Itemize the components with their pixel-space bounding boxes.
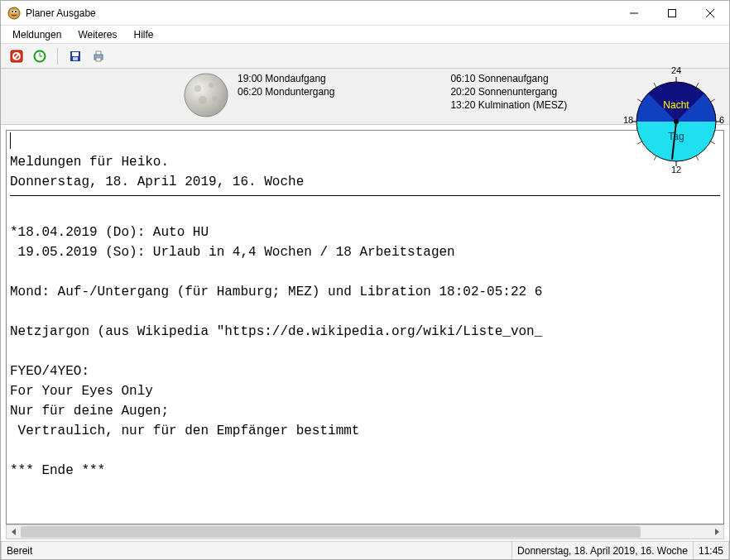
svg-line-36 [637, 141, 641, 144]
menu-hilfe[interactable]: Hilfe [126, 27, 162, 42]
svg-line-34 [696, 156, 699, 160]
scroll-track[interactable] [21, 525, 709, 538]
svg-line-32 [711, 99, 715, 102]
svg-line-37 [637, 99, 641, 102]
scroll-thumb[interactable] [21, 526, 641, 538]
toolbar-separator [57, 48, 58, 65]
clock-label-18: 18 [623, 115, 633, 125]
content-event1: *18.04.2019 (Do): Auto HU [10, 225, 209, 240]
content-header1: Meldungen für Heiko. [10, 155, 169, 170]
clock-button[interactable] [29, 46, 50, 66]
sun-text: 06:10 Sonnenaufgang 20:20 Sonnenuntergan… [450, 69, 567, 112]
night-label: Nacht [663, 99, 689, 111]
clock-icon [33, 50, 46, 63]
svg-point-21 [185, 74, 228, 117]
sun-set-label: 20:20 Sonnenuntergang [450, 85, 567, 98]
content-separator [10, 195, 720, 196]
content-wiki: Netzjargon (aus Wikipedia "https://de.wi… [10, 324, 542, 339]
content-end: *** Ende *** [10, 463, 105, 478]
svg-point-0 [8, 7, 20, 19]
status-date: Donnerstag, 18. April 2019, 16. Woche [512, 542, 694, 559]
stop-icon [10, 50, 23, 63]
content-moon: Mond: Auf-/Untergang (für Hamburg; MEZ) … [10, 285, 542, 299]
sun-rise-label: 06:10 Sonnenaufgang [450, 72, 567, 85]
content-f2: For Your Eyes Only [10, 384, 153, 399]
svg-point-40 [674, 119, 679, 124]
moon-rise-label: 19:00 Mondaufgang [238, 72, 334, 85]
output-textarea[interactable]: Meldungen für Heiko. Donnerstag, 18. Apr… [6, 130, 724, 524]
svg-rect-20 [96, 58, 101, 61]
statusbar: Bereit Donnerstag, 18. April 2019, 16. W… [1, 541, 729, 559]
day-label: Tag [668, 131, 684, 142]
titlebar: Planer Ausgabe [1, 1, 729, 26]
scroll-left-icon[interactable] [7, 525, 21, 538]
svg-rect-16 [72, 52, 79, 56]
minimize-button[interactable] [615, 1, 653, 26]
menu-weiteres[interactable]: Weiteres [70, 27, 125, 42]
day-night-clock: Nacht Tag 24 6 12 18 [627, 72, 726, 171]
print-button[interactable] [88, 46, 109, 66]
svg-rect-19 [96, 51, 101, 55]
menu-meldungen[interactable]: Meldungen [4, 27, 70, 42]
svg-line-31 [696, 83, 699, 87]
svg-marker-42 [715, 529, 719, 535]
svg-point-24 [199, 96, 207, 104]
svg-rect-6 [669, 9, 676, 17]
culmination-label: 13:20 Kulmination (MESZ) [450, 98, 567, 112]
content-wrap: Meldungen für Heiko. Donnerstag, 18. Apr… [1, 125, 729, 541]
window-title: Planer Ausgabe [26, 7, 96, 19]
moon-icon [183, 72, 229, 118]
close-button[interactable] [691, 1, 729, 26]
svg-point-23 [209, 83, 214, 88]
app-icon [7, 7, 21, 20]
save-icon [69, 50, 82, 63]
save-button[interactable] [65, 46, 86, 66]
clock-label-6: 6 [719, 115, 724, 125]
svg-point-25 [212, 96, 217, 101]
content-f3: Nur für deine Augen; [10, 404, 169, 419]
svg-point-22 [195, 85, 201, 92]
svg-rect-17 [73, 57, 78, 60]
content-f4: Vertraulich, nur für den Empfänger besti… [10, 424, 359, 438]
stop-button[interactable] [6, 46, 27, 66]
content-f1: FYEO/4YEO: [10, 364, 89, 379]
svg-line-38 [654, 83, 656, 87]
moon-text: 19:00 Mondaufgang 06:20 Monduntergang [238, 72, 334, 98]
clock-label-12: 12 [671, 165, 681, 175]
svg-point-3 [12, 11, 13, 12]
scroll-right-icon[interactable] [709, 525, 723, 538]
moon-set-label: 06:20 Monduntergang [238, 85, 334, 98]
svg-line-35 [654, 156, 656, 160]
status-time: 11:45 [694, 542, 729, 559]
menubar: Meldungen Weiteres Hilfe [1, 26, 729, 44]
print-icon [92, 50, 105, 63]
maximize-button[interactable] [653, 1, 691, 26]
content-event2: 19.05.2019 (So): Urlaub in 4,4 Wochen / … [10, 245, 455, 260]
toolbar [1, 44, 729, 69]
status-left: Bereit [1, 542, 512, 559]
svg-marker-41 [12, 529, 16, 535]
horizontal-scrollbar[interactable] [6, 524, 724, 539]
svg-line-33 [711, 141, 715, 144]
clock-label-24: 24 [671, 65, 681, 75]
svg-point-4 [15, 11, 17, 12]
astro-strip: 19:00 Mondaufgang 06:20 Monduntergang 06… [1, 69, 729, 125]
content-header2: Donnerstag, 18. April 2019, 16. Woche [10, 175, 304, 189]
